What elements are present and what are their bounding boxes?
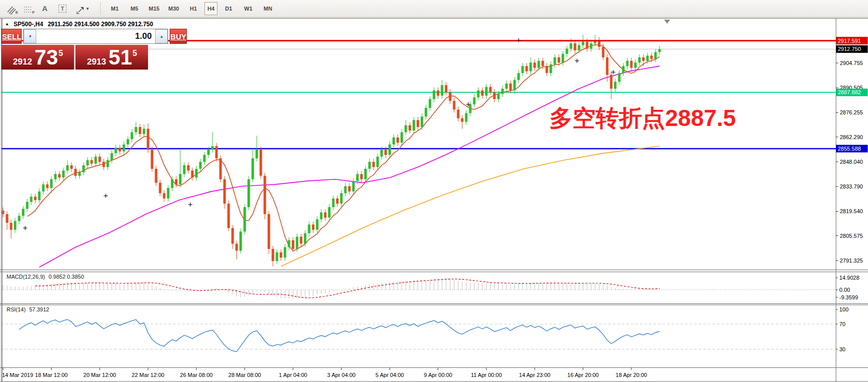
tool-sub-label: E [16,10,18,15]
arrows-icon [76,6,85,15]
timeframe-button-h1[interactable]: H1 [185,3,202,15]
svg-text:9 Apr 00:00: 9 Apr 00:00 [424,372,452,378]
buy-price-tile[interactable]: 2913 51 5 [76,45,148,70]
svg-text:20 Mar 12:00: 20 Mar 12:00 [84,372,116,378]
svg-text:2904.755: 2904.755 [840,60,863,66]
svg-text:5 Apr 04:00: 5 Apr 04:00 [376,372,404,378]
svg-text:2855.588: 2855.588 [838,146,861,152]
symbol-header: ▲ SP500-,H4 2911.250 2914.500 2909.750 2… [5,21,153,28]
svg-text:2791.325: 2791.325 [840,258,863,264]
svg-text:-9.3599: -9.3599 [839,294,858,300]
buy-price-big: 51 [109,46,132,69]
svg-text:30: 30 [839,346,845,352]
svg-text:28 Mar 08:00: 28 Mar 08:00 [229,372,261,378]
sell-price-big: 73 [35,46,58,69]
svg-text:2805.575: 2805.575 [840,233,863,239]
timeframe-button-w1[interactable]: W1 [240,3,257,15]
macd-label: MACD(12,26,9)0.9852 0.3850 [7,274,88,280]
svg-text:2848.040: 2848.040 [840,159,863,165]
buy-price-small: 2913 [87,57,106,67]
sell-price-small: 2912 [13,57,32,67]
svg-text:26 Mar 08:00: 26 Mar 08:00 [180,372,213,378]
svg-text:14.9028: 14.9028 [839,275,859,281]
letter-a-icon: A [42,3,48,15]
svg-text:14 Mar 2019: 14 Mar 2019 [2,372,33,378]
svg-text:2876.255: 2876.255 [840,109,863,115]
letter-t-boxed-icon: T [58,5,67,13]
svg-text:11 Apr 00:00: 11 Apr 00:00 [471,372,502,378]
tool-sub-label: F [32,10,35,15]
timeframe-button-m30[interactable]: M30 [165,3,182,15]
trading-terminal: E F A T ▼ M1M5M15M30H1H4D1W1MN 2904.7552… [0,0,868,382]
timeframe-button-mn[interactable]: MN [259,3,276,15]
svg-text:18 Mar 12:00: 18 Mar 12:00 [35,372,68,378]
rsi-name: RSI(14) [7,306,26,312]
ohlc-values: 2911.250 2914.500 2909.750 2912.750 [48,21,154,28]
toolbar: E F A T ▼ M1M5M15M30H1H4D1W1MN [0,0,868,18]
timeframe-button-d1[interactable]: D1 [220,3,237,15]
svg-text:3 Apr 04:00: 3 Apr 04:00 [327,372,355,378]
sell-price-sup: 5 [58,49,63,58]
svg-text:2887.882: 2887.882 [838,89,861,95]
annotation-text[interactable]: 多空转折点2887.5 [549,106,736,130]
one-click-trade-panel: SELL ▼ ▲ BUY 2912 73 5 2913 51 5 [2,29,148,70]
sell-price-tile[interactable]: 2912 73 5 [2,45,74,70]
timeframe-group: M1M5M15M30H1H4D1W1MN [106,2,279,15]
svg-text:2912.750: 2912.750 [838,46,861,52]
timeframe-button-m5[interactable]: M5 [126,3,143,15]
volume-spinner: ▼ ▲ [23,29,168,44]
trade-price-tiles: 2912 73 5 2913 51 5 [2,45,148,70]
rsi-label: RSI(14)57.3912 [7,306,53,312]
svg-text:22 Mar 12:00: 22 Mar 12:00 [132,372,165,378]
svg-text:18 Apr 20:00: 18 Apr 20:00 [616,372,647,378]
svg-text:2833.790: 2833.790 [840,183,863,189]
volume-increase-button[interactable]: ▲ [155,29,168,43]
volume-input[interactable] [36,29,155,43]
svg-text:2862.290: 2862.290 [840,134,863,140]
fibonacci-tool-icon[interactable]: F [21,2,36,15]
svg-text:100: 100 [839,306,848,312]
text-box-tool[interactable]: T [54,2,71,15]
svg-text:16 Apr 20:00: 16 Apr 20:00 [567,372,599,378]
buy-button[interactable]: BUY [170,29,187,44]
chevron-down-icon: ▼ [86,7,90,11]
timeframe-button-m1[interactable]: M1 [106,3,123,15]
svg-text:70: 70 [839,321,845,327]
buy-price-sup: 5 [132,49,137,58]
svg-text:14 Apr 23:00: 14 Apr 23:00 [519,372,550,378]
collapse-triangle-icon: ▲ [5,22,9,26]
symbol-label: SP500-,H4 [14,21,43,28]
svg-text:2917.591: 2917.591 [838,38,861,44]
text-label-tool[interactable]: A [37,2,52,15]
macd-name: MACD(12,26,9) [7,274,45,280]
rsi-value: 57.3912 [29,306,49,312]
volume-decrease-button[interactable]: ▼ [24,29,36,43]
timeframe-button-h4[interactable]: H4 [204,2,218,15]
toolbar-separator [100,3,101,15]
trade-panel-row: SELL ▼ ▲ BUY [2,29,148,44]
svg-text:2819.540: 2819.540 [840,208,863,214]
macd-values: 0.9852 0.3850 [48,274,84,280]
svg-text:0.00: 0.00 [839,287,850,293]
fibo-lines-icon [23,5,33,15]
sell-button[interactable]: SELL [2,29,22,44]
arrows-tool[interactable]: ▼ [73,2,93,15]
equidistant-channel-tool-icon[interactable]: E [4,2,19,15]
svg-text:1 Apr 04:00: 1 Apr 04:00 [279,372,307,378]
timeframe-button-m15[interactable]: M15 [146,3,163,15]
